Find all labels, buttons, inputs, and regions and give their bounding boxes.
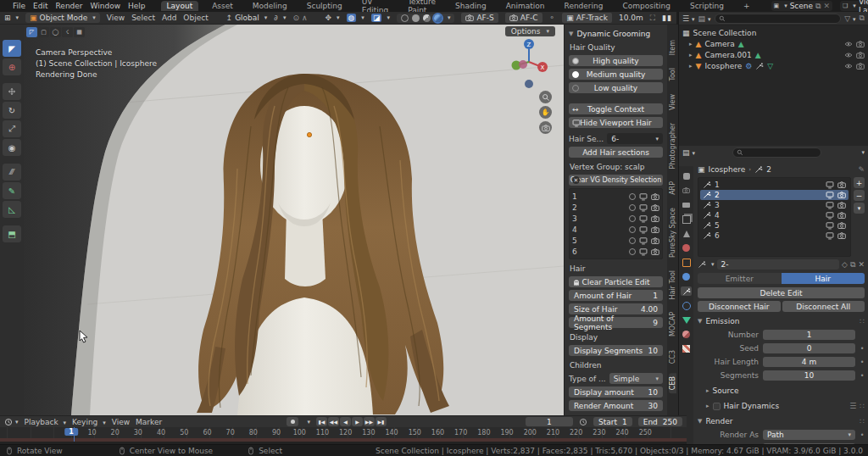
workspace-tab-sculpting[interactable]: Sculpting: [301, 1, 348, 11]
timeline-tick[interactable]: 80: [249, 429, 258, 437]
display-mode-dropdown[interactable]: ▤▾: [698, 14, 711, 23]
section-row[interactable]: 4: [572, 224, 659, 235]
remove-particle-system-button[interactable]: −: [854, 190, 865, 201]
expand-icon[interactable]: ▸: [689, 63, 693, 70]
hair-dynamics-checkbox[interactable]: [713, 403, 721, 410]
mode-selector[interactable]: ▣ Object Mode▾: [25, 13, 100, 23]
timeline-tick[interactable]: 120: [339, 429, 352, 437]
tab-item[interactable]: Item: [669, 36, 676, 58]
animate-dot-icon[interactable]: •: [860, 372, 865, 380]
navigation-gizmo[interactable]: Z X: [509, 36, 548, 91]
timeline-tick[interactable]: 10: [87, 429, 96, 437]
timeline-tick[interactable]: 140: [385, 429, 398, 437]
workspace-tab-asset[interactable]: Asset: [206, 1, 239, 11]
menu-keying[interactable]: Keying ▾: [72, 418, 106, 426]
tab-arp[interactable]: ARP: [669, 178, 676, 198]
timeline-tick[interactable]: 150: [409, 429, 421, 437]
new-scene-icon[interactable]: ⧉: [815, 2, 821, 11]
menu-add[interactable]: Add: [162, 14, 176, 22]
specials-dropdown[interactable]: ▾: [854, 203, 865, 214]
tab-ceb[interactable]: CEB: [669, 373, 676, 393]
hair-button[interactable]: Hair: [782, 273, 865, 284]
radio-icon[interactable]: [629, 204, 636, 211]
monitor-icon[interactable]: [826, 231, 834, 240]
filter-chevron-icon[interactable]: ▾: [861, 149, 865, 156]
outliner-row-camera-001[interactable]: ▸ ▲ Camera.001 ▲: [679, 49, 868, 60]
display-segments-field[interactable]: Display Segments10: [569, 345, 663, 356]
properties-tab-world[interactable]: [681, 243, 692, 253]
properties-tab-object[interactable]: [681, 258, 692, 267]
tool-transform[interactable]: ◉: [3, 139, 21, 156]
tab-mocap[interactable]: MOCAP: [669, 309, 676, 340]
camera-icon[interactable]: [651, 203, 659, 212]
render-amount-field[interactable]: Render Amount30: [569, 400, 663, 411]
low-quality-button[interactable]: Low quality: [569, 82, 663, 93]
menu-render[interactable]: Render: [56, 2, 83, 10]
dof-icon[interactable]: ⚬: [549, 14, 556, 22]
monitor-icon[interactable]: [826, 211, 834, 220]
properties-tab-tool[interactable]: [681, 171, 692, 181]
select-tweak-button[interactable]: ◸: [26, 27, 37, 37]
properties-tab-texture[interactable]: [681, 344, 692, 353]
particle-system-row-active[interactable]: 2: [700, 190, 849, 200]
workspace-tab-layout[interactable]: Layout: [161, 1, 199, 11]
transform-orientation-dropdown[interactable]: ↥Global▾: [226, 14, 268, 22]
menu-help[interactable]: Help: [128, 2, 146, 10]
workspace-tab-scripting[interactable]: Scripting: [684, 1, 730, 11]
tool-measure[interactable]: ◺: [3, 201, 21, 218]
tab-cc3[interactable]: CC3: [669, 347, 676, 367]
amount-of-segments-field[interactable]: Amount of Segments9: [569, 317, 663, 328]
zoom-button[interactable]: [539, 91, 552, 103]
menu-marker[interactable]: Marker: [136, 418, 162, 426]
segments-field[interactable]: 10: [763, 370, 855, 381]
timeline-tick[interactable]: 250: [639, 429, 652, 437]
proportional-edit-dropdown[interactable]: ⊙ ∧: [293, 14, 308, 22]
particle-system-row[interactable]: 5: [700, 220, 849, 231]
disconnect-all-button[interactable]: Disconnect All: [782, 301, 865, 312]
tool-add-cube[interactable]: ⬒: [3, 225, 21, 242]
radio-icon[interactable]: [629, 193, 636, 200]
radio-icon[interactable]: [629, 248, 636, 255]
timeline-ruler[interactable]: 1102030405060708090100110120130140150160…: [0, 427, 687, 438]
breadcrumb-item[interactable]: 2: [766, 165, 771, 174]
workspace-tab-animation[interactable]: Animation: [500, 1, 551, 11]
timeline-current-frame-tick[interactable]: 1: [64, 428, 78, 436]
camera-icon[interactable]: [837, 181, 846, 189]
tool-cursor[interactable]: ⊕: [3, 58, 21, 75]
seed-field[interactable]: 0: [763, 343, 855, 353]
camera-icon[interactable]: [651, 247, 659, 256]
medium-quality-button[interactable]: Medium quality: [569, 69, 663, 80]
copy-icon[interactable]: ⧉: [850, 260, 855, 270]
source-panel-header[interactable]: ▸ Source: [698, 385, 865, 397]
select-paint-button[interactable]: ▦: [74, 27, 85, 37]
properties-tab-modifiers[interactable]: [681, 272, 692, 281]
timeline-tick[interactable]: 160: [431, 429, 444, 437]
monitor-icon[interactable]: [826, 221, 834, 230]
end-frame-field[interactable]: End250: [638, 417, 682, 426]
settings-name-field[interactable]: 2-: [717, 259, 840, 270]
properties-tab-physics[interactable]: [681, 301, 692, 310]
properties-search-input[interactable]: [746, 149, 817, 157]
hide-viewport-hair-button[interactable]: Hide Viewport Hair: [569, 117, 663, 128]
play-reverse-button[interactable]: ◀: [340, 417, 351, 426]
options-button[interactable]: Options▾: [505, 26, 555, 36]
new-collection-icon[interactable]: ⧉: [860, 14, 865, 23]
properties-tab-scene[interactable]: [681, 229, 692, 238]
properties-tab-view-layer[interactable]: [681, 214, 692, 224]
focus-distance-value[interactable]: 10.0m: [619, 14, 643, 22]
camera-icon[interactable]: [837, 201, 846, 209]
animate-dot-icon[interactable]: •: [860, 345, 865, 353]
timeline-tick[interactable]: 20: [111, 429, 120, 437]
workspace-tab-rendering[interactable]: Rendering: [559, 1, 609, 11]
radio-icon[interactable]: [629, 226, 636, 233]
hair-section-dropdown[interactable]: 6-▾: [607, 133, 663, 144]
jump-to-end-button[interactable]: ▶▮: [376, 417, 387, 426]
emitter-button[interactable]: Emitter: [698, 273, 782, 284]
start-frame-field[interactable]: Start1: [593, 417, 632, 426]
menu-object[interactable]: Object: [183, 14, 208, 22]
current-frame-field[interactable]: 1: [526, 417, 573, 426]
timeline-tick[interactable]: 200: [524, 429, 537, 437]
toggle-context-button[interactable]: ↔Toggle Context: [569, 103, 663, 114]
properties-editor-dropdown[interactable]: ▤▾: [682, 148, 695, 157]
timeline-tick[interactable]: 30: [134, 429, 142, 437]
